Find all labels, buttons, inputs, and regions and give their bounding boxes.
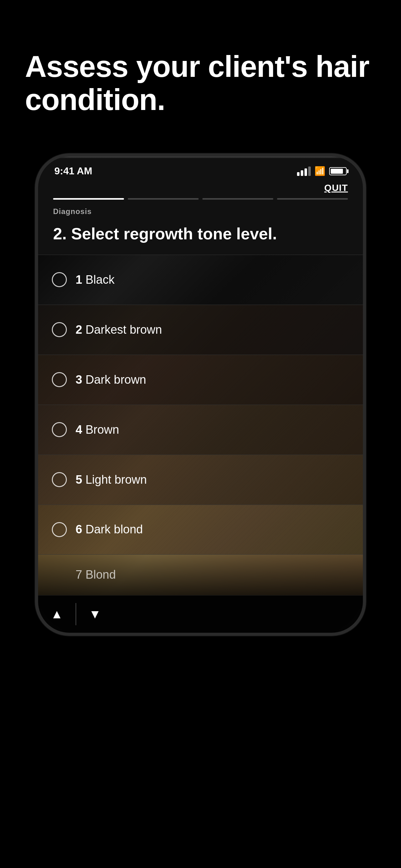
tone-item-5[interactable]: 5 Light brown xyxy=(38,455,363,505)
tone-label-1: 1 Black xyxy=(75,273,114,286)
tone-label-4: 4 Brown xyxy=(75,423,119,436)
question-block: 2. Select regrowth tone level. xyxy=(38,216,363,255)
radio-5[interactable] xyxy=(52,472,67,487)
progress-tab-1 xyxy=(53,198,124,200)
top-nav: QUIT xyxy=(38,180,363,198)
phone-wrapper: 9:41 AM 📶 xyxy=(35,153,366,636)
tone-item-7-partial[interactable]: 7 Blond xyxy=(38,555,363,595)
tone-item-3[interactable]: 3 Dark brown xyxy=(38,354,363,405)
tone-list: 1 Black 2 Darkest brown 3 Dark b xyxy=(38,255,363,555)
signal-icon xyxy=(297,166,311,176)
tone-label-6: 6 Dark blond xyxy=(75,523,143,536)
bottom-nav: ▲ ▼ xyxy=(38,595,363,633)
progress-tabs xyxy=(38,198,363,207)
progress-tab-2 xyxy=(128,198,199,200)
nav-up-button[interactable]: ▲ xyxy=(38,595,75,633)
tone-label-3: 3 Dark brown xyxy=(75,373,146,386)
page-header: Assess your client's hair condition. xyxy=(0,0,401,141)
phone-frame: 9:41 AM 📶 xyxy=(35,153,366,636)
radio-1[interactable] xyxy=(52,272,67,287)
question-text: 2. Select regrowth tone level. xyxy=(53,225,348,243)
tone-item-6[interactable]: 6 Dark blond xyxy=(38,505,363,555)
section-label-text: Diagnosis xyxy=(53,207,92,216)
chevron-up-icon: ▲ xyxy=(51,607,63,621)
radio-3[interactable] xyxy=(52,372,67,387)
radio-2[interactable] xyxy=(52,322,67,337)
page-title: Assess your client's hair condition. xyxy=(25,50,376,116)
tone-item-4[interactable]: 4 Brown xyxy=(38,405,363,455)
tone-item-2[interactable]: 2 Darkest brown xyxy=(38,305,363,354)
tone-item-1[interactable]: 1 Black xyxy=(38,255,363,305)
tone-label-2: 2 Darkest brown xyxy=(75,323,162,337)
wifi-icon: 📶 xyxy=(314,166,326,176)
status-icons: 📶 xyxy=(297,166,347,176)
progress-tab-4 xyxy=(277,198,348,200)
chevron-down-icon: ▼ xyxy=(89,607,101,621)
quit-button[interactable]: QUIT xyxy=(324,183,348,193)
progress-tab-3 xyxy=(202,198,273,200)
nav-down-button[interactable]: ▼ xyxy=(76,595,114,633)
status-time: 9:41 AM xyxy=(54,165,93,177)
tone-label-7-partial: 7 Blond xyxy=(75,568,116,582)
phone-inner: 9:41 AM 📶 xyxy=(38,157,363,633)
battery-icon xyxy=(329,167,347,175)
radio-6[interactable] xyxy=(52,522,67,537)
section-label: Diagnosis xyxy=(38,207,363,216)
tone-label-5: 5 Light brown xyxy=(75,473,147,487)
status-bar: 9:41 AM 📶 xyxy=(38,157,363,180)
radio-4[interactable] xyxy=(52,422,67,437)
